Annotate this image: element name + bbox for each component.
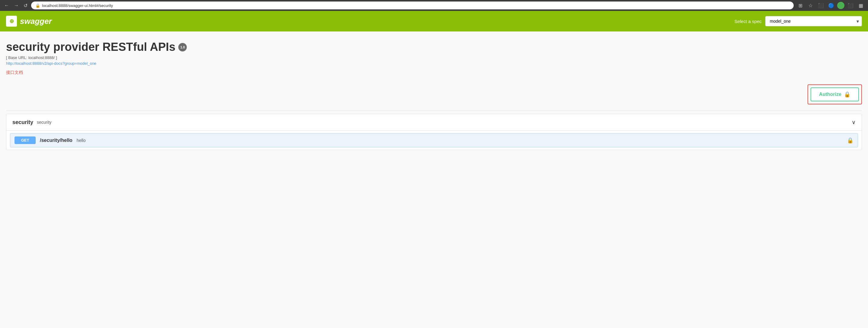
api-title: security provider RESTful APIs 1.0 [6,40,862,54]
avatar [837,2,844,9]
swagger-logo-icon: ⊕ [6,16,17,27]
base-url: [ Base URL: localhost:8888/ ] [6,55,862,60]
security-tag: security [12,119,33,126]
expand-collapse-icon: ∨ [852,119,856,126]
back-button[interactable]: ← [3,2,10,9]
spec-select[interactable]: model_one [765,16,862,26]
swagger-logo: ⊕ swagger [6,16,52,27]
url-text: localhost:8888/swagger-ui.html#/security [42,3,113,8]
forward-button[interactable]: → [13,2,20,9]
authorize-lock-icon: 🔒 [844,91,850,98]
version-badge: 1.0 [178,43,187,51]
swagger-header-right: Select a spec model_one [735,16,862,26]
main-content: security provider RESTful APIs 1.0 [ Bas… [0,31,868,156]
security-section-header[interactable]: security security ∨ [6,114,862,131]
endpoint-path: /security/hello [40,138,72,143]
url-bar[interactable]: 🔒 localhost:8888/swagger-ui.html#/securi… [31,1,794,9]
method-badge-get: GET [14,136,36,144]
extra-icon[interactable]: ▦ [857,1,865,10]
select-spec-label: Select a spec [735,19,762,24]
interface-doc: 接口文档 [6,70,862,75]
endpoint-summary: hello [77,138,86,143]
endpoint-lock-icon: 🔒 [847,137,854,144]
extensions-icon[interactable]: ⬛ [817,1,825,10]
security-section: security security ∨ GET /security/hello … [6,114,862,150]
authorize-button[interactable]: Authorize 🔒 [811,87,859,101]
endpoint-row[interactable]: GET /security/hello hello 🔒 [10,133,858,147]
swagger-header: ⊕ swagger Select a spec model_one [0,11,868,31]
sync-icon[interactable]: 🔵 [827,1,835,10]
more-icon[interactable]: ⬛ [846,1,855,10]
authorize-label: Authorize [819,92,841,97]
reload-button[interactable]: ↺ [22,2,29,9]
authorize-section: Authorize 🔒 [6,84,862,104]
section-divider [6,110,862,111]
spec-select-wrapper: model_one [765,16,862,26]
security-description: security [37,120,51,125]
bookmark-icon[interactable]: ☆ [806,1,815,10]
browser-chrome: ← → ↺ 🔒 localhost:8888/swagger-ui.html#/… [0,0,868,11]
api-title-text: security provider RESTful APIs [6,40,175,54]
swagger-logo-text: swagger [20,17,52,26]
api-docs-link[interactable]: http://localhost:8888/v2/api-docs?group=… [6,61,862,66]
authorize-btn-wrapper: Authorize 🔒 [808,84,862,104]
api-title-section: security provider RESTful APIs 1.0 [ Bas… [6,40,862,75]
browser-actions: ⊞ ☆ ⬛ 🔵 ⬛ ▦ [796,1,865,10]
lock-secure-icon: 🔒 [35,3,40,8]
translate-icon[interactable]: ⊞ [796,1,805,10]
